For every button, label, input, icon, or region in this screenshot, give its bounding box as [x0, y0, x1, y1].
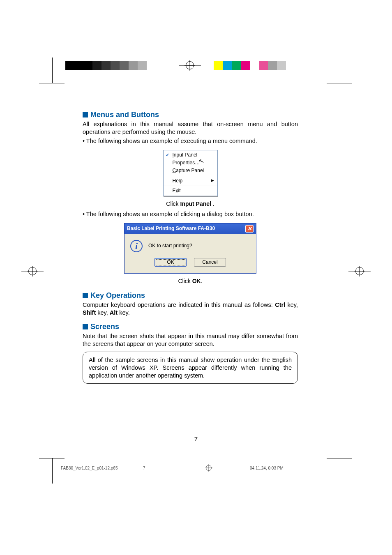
footer-page: 7 [143, 466, 168, 470]
screens-paragraph: Note that the screen shots that appear i… [83, 332, 298, 348]
swatch [214, 61, 223, 70]
caption-bold: Input Panel [180, 200, 211, 207]
heading-key-operations: Key Operations [83, 291, 298, 300]
mnemonic: H [173, 178, 176, 184]
info-icon: i [130, 240, 143, 252]
ok-button[interactable]: OK [154, 258, 187, 267]
dialog-message: OK to start printing? [148, 243, 192, 249]
swatch [147, 61, 156, 70]
swatch [111, 61, 120, 70]
page-number: 7 [0, 435, 392, 442]
menu-item-label: operties… [178, 160, 200, 166]
menu-item-label: it [178, 188, 181, 193]
body-text: key, [96, 309, 110, 316]
footer-timestamp: 04.11.24, 0:03 PM [250, 466, 332, 470]
swatch [92, 61, 101, 70]
registration-mark-right [355, 267, 364, 275]
menu-item-capture-panel[interactable]: Capture Panel [164, 167, 217, 175]
swatch [129, 61, 138, 70]
swatch [65, 61, 74, 70]
swatch [250, 61, 259, 70]
menus-paragraph: All explanations in this manual assume t… [83, 120, 298, 136]
menus-bullet-2: The following shows an example of clicki… [83, 210, 298, 218]
menu-item-label: apture Panel [176, 168, 204, 173]
registration-mark-left [28, 267, 37, 275]
heading-menus-and-buttons: Menus and Buttons [83, 110, 298, 120]
menu-item-label: nput Panel [174, 152, 197, 158]
menus-bullet-1: The following shows an example of execut… [83, 137, 298, 145]
close-icon[interactable]: ✕ [245, 225, 254, 233]
footer-filename: FAB30_Ver1.02_E_p01-12.p65 [61, 466, 143, 470]
dialog-caption: Click OK. [83, 278, 298, 285]
swatch [83, 61, 92, 70]
swatch [74, 61, 83, 70]
body-text: Computer keyboard operations are indicat… [83, 302, 275, 308]
swatch [259, 61, 268, 70]
menu-item-properties[interactable]: Properties… [164, 159, 217, 167]
keyops-paragraph: Computer keyboard operations are indicat… [83, 301, 298, 316]
body-text: key, [285, 302, 298, 308]
section-bullet-icon [83, 324, 88, 329]
page-content: Menus and Buttons All explanations in th… [83, 104, 298, 384]
dialog-screenshot: Basic Label Printing Software FA-B30 ✕ i… [124, 223, 256, 274]
screens-note-box: All of the sample screens in this manual… [83, 352, 298, 384]
heading-text: Screens [90, 322, 119, 331]
caption-text: Click [166, 200, 180, 207]
cancel-button[interactable]: Cancel [194, 258, 226, 267]
caption-text: . [211, 200, 214, 207]
context-menu-screenshot: Input Panel Properties… Capture Panel He… [163, 150, 218, 197]
caption-text: . [201, 278, 203, 284]
registration-mark-footer [206, 465, 212, 471]
swatch [241, 61, 250, 70]
section-bullet-icon [83, 112, 88, 117]
swatch [268, 61, 277, 70]
menu-caption: Click Input Panel . [83, 200, 298, 208]
section-bullet-icon [83, 293, 88, 298]
menu-item-help[interactable]: Help [164, 177, 217, 185]
caption-bold: OK [192, 278, 201, 284]
color-swatch-bar [214, 61, 286, 70]
swatch [138, 61, 147, 70]
menu-item-label: elp [176, 178, 182, 184]
dialog-titlebar: Basic Label Printing Software FA-B30 ✕ [125, 223, 256, 234]
registration-mark-top [186, 61, 194, 69]
swatch [101, 61, 111, 70]
grayscale-swatch-bar [65, 61, 156, 70]
swatch [120, 61, 129, 70]
key-name: Ctrl [275, 302, 285, 308]
heading-screens: Screens [83, 322, 298, 332]
swatch [223, 61, 232, 70]
heading-text: Menus and Buttons [90, 111, 159, 119]
menu-item-input-panel[interactable]: Input Panel [164, 151, 217, 159]
menu-item-exit[interactable]: Exit [164, 187, 217, 195]
dialog-title: Basic Label Printing Software FA-B30 [127, 226, 245, 232]
heading-text: Key Operations [90, 291, 145, 299]
footer-slug: FAB30_Ver1.02_E_p01-12.p65 7 04.11.24, 0… [61, 465, 332, 471]
key-name: Alt [110, 309, 118, 316]
body-text: key. [118, 309, 130, 316]
key-name: Shift [83, 309, 96, 316]
swatch [232, 61, 241, 70]
caption-text: Click [178, 278, 192, 284]
swatch [277, 61, 286, 70]
mnemonic: C [173, 168, 176, 173]
